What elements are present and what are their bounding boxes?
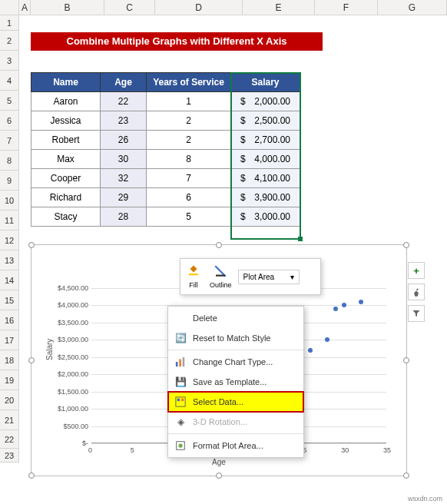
cell-name[interactable]: Jessica (31, 111, 101, 131)
cell-age[interactable]: 22 (101, 92, 147, 111)
row-header-18[interactable]: 18 (0, 350, 19, 370)
resize-handle[interactable] (216, 242, 222, 248)
rotation-icon: ◈ (174, 416, 187, 428)
cell-age[interactable]: 28 (101, 207, 147, 227)
cell-name[interactable]: Richard (31, 188, 101, 207)
resize-handle[interactable] (28, 472, 35, 479)
table-row[interactable]: Max 30 8 $4,000.00 (31, 150, 300, 169)
chart-styles-button[interactable] (408, 284, 425, 300)
row-header-9[interactable]: 9 (0, 171, 19, 191)
row-header-23[interactable]: 23 (0, 449, 19, 463)
data-point[interactable] (333, 307, 338, 311)
cell-years[interactable]: 1 (147, 92, 231, 111)
data-point[interactable] (342, 303, 346, 307)
cell-salary[interactable]: $4,100.00 (231, 169, 300, 188)
row-header-8[interactable]: 8 (0, 151, 19, 171)
chart-elements-button[interactable]: + (408, 262, 425, 279)
resize-handle[interactable] (28, 242, 35, 248)
data-point[interactable] (359, 300, 363, 304)
resize-handle[interactable] (403, 472, 409, 479)
data-point[interactable] (308, 348, 313, 353)
table-row[interactable]: Jessica 23 2 $2,500.00 (31, 111, 300, 131)
table-row[interactable]: Aaron 22 1 $2,000.00 (31, 92, 300, 111)
row-header-16[interactable]: 16 (0, 310, 19, 330)
chart-element-dropdown[interactable]: Plot Area ▾ (238, 270, 300, 284)
row-header-12[interactable]: 12 (0, 230, 19, 250)
row-header-17[interactable]: 17 (0, 330, 19, 350)
row-header-6[interactable]: 6 (0, 111, 19, 131)
col-header-c[interactable]: C (104, 0, 155, 15)
row-header-2[interactable]: 2 (0, 31, 19, 51)
cell-name[interactable]: Aaron (31, 92, 101, 111)
row-header-1[interactable]: 1 (0, 15, 19, 31)
row-header-11[interactable]: 11 (0, 211, 19, 230)
cell-salary[interactable]: $3,000.00 (231, 207, 300, 227)
menu-format-plot-area[interactable]: Format Plot Area... (168, 436, 303, 456)
y-tick: $500.00 (51, 423, 88, 430)
col-header-e[interactable]: E (243, 0, 315, 15)
resize-handle[interactable] (216, 472, 222, 479)
row-header-4[interactable]: 4 (0, 71, 19, 91)
table-row[interactable]: Robert 26 2 $2,700.00 (31, 131, 300, 150)
row-header-22[interactable]: 22 (0, 430, 19, 449)
cell-salary[interactable]: $3,900.00 (231, 188, 300, 207)
cell-age[interactable]: 32 (101, 169, 147, 188)
resize-handle[interactable] (403, 242, 409, 248)
cell-name[interactable]: Robert (31, 131, 101, 150)
cell-salary[interactable]: $2,000.00 (231, 92, 300, 111)
menu-change-chart-type[interactable]: Change Chart Type... (168, 352, 303, 372)
cell-age[interactable]: 29 (101, 188, 147, 207)
table-row[interactable]: Stacy 28 5 $3,000.00 (31, 207, 300, 227)
row-header-19[interactable]: 19 (0, 370, 19, 390)
cell-name[interactable]: Stacy (31, 207, 101, 227)
cell-years[interactable]: 8 (147, 150, 231, 169)
row-header-14[interactable]: 14 (0, 270, 19, 290)
cell-age[interactable]: 26 (101, 131, 147, 150)
resize-handle[interactable] (28, 357, 35, 363)
header-years[interactable]: Years of Service (147, 73, 231, 92)
svg-rect-6 (177, 399, 180, 402)
chart-filter-button[interactable] (408, 305, 425, 322)
row-header-15[interactable]: 15 (0, 290, 19, 310)
row-header-7[interactable]: 7 (0, 131, 19, 151)
cell-years[interactable]: 2 (147, 131, 231, 150)
cell-salary[interactable]: $2,500.00 (231, 111, 300, 131)
fill-handle[interactable] (298, 237, 303, 241)
cell-years[interactable]: 2 (147, 111, 231, 131)
header-age[interactable]: Age (101, 73, 147, 92)
cell-salary[interactable]: $4,000.00 (231, 150, 300, 169)
menu-delete[interactable]: Delete (168, 308, 303, 328)
data-point[interactable] (325, 337, 329, 342)
header-name[interactable]: Name (31, 73, 101, 92)
row-header-10[interactable]: 10 (0, 191, 19, 211)
row-header-5[interactable]: 5 (0, 91, 19, 111)
col-header-f[interactable]: F (315, 0, 378, 15)
col-header-g[interactable]: G (378, 0, 447, 15)
fill-tool[interactable]: Fill (184, 263, 204, 290)
col-header-b[interactable]: B (31, 0, 104, 15)
resize-handle[interactable] (403, 357, 409, 363)
row-header-13[interactable]: 13 (0, 250, 19, 270)
corner-cell[interactable] (0, 0, 19, 15)
cell-years[interactable]: 7 (147, 169, 231, 188)
menu-save-template[interactable]: 💾 Save as Template... (168, 372, 303, 392)
row-header-20[interactable]: 20 (0, 390, 19, 410)
col-header-d[interactable]: D (155, 0, 243, 15)
outline-tool[interactable]: Outline (207, 263, 235, 290)
menu-separator (168, 433, 303, 434)
cell-name[interactable]: Cooper (31, 169, 101, 188)
cell-name[interactable]: Max (31, 150, 101, 169)
row-header-3[interactable]: 3 (0, 51, 19, 71)
table-row[interactable]: Cooper 32 7 $4,100.00 (31, 169, 300, 188)
cell-salary[interactable]: $2,700.00 (231, 131, 300, 150)
table-row[interactable]: Richard 29 6 $3,900.00 (31, 188, 300, 207)
cell-age[interactable]: 30 (101, 150, 147, 169)
cell-years[interactable]: 5 (147, 207, 231, 227)
row-header-21[interactable]: 21 (0, 410, 19, 430)
cell-age[interactable]: 23 (101, 111, 147, 131)
col-header-a[interactable]: A (19, 0, 31, 15)
menu-reset-style[interactable]: 🔄 Reset to Match Style (168, 328, 303, 348)
menu-select-data[interactable]: Select Data... (168, 392, 303, 412)
header-salary[interactable]: Salary (231, 73, 300, 92)
cell-years[interactable]: 6 (147, 188, 231, 207)
